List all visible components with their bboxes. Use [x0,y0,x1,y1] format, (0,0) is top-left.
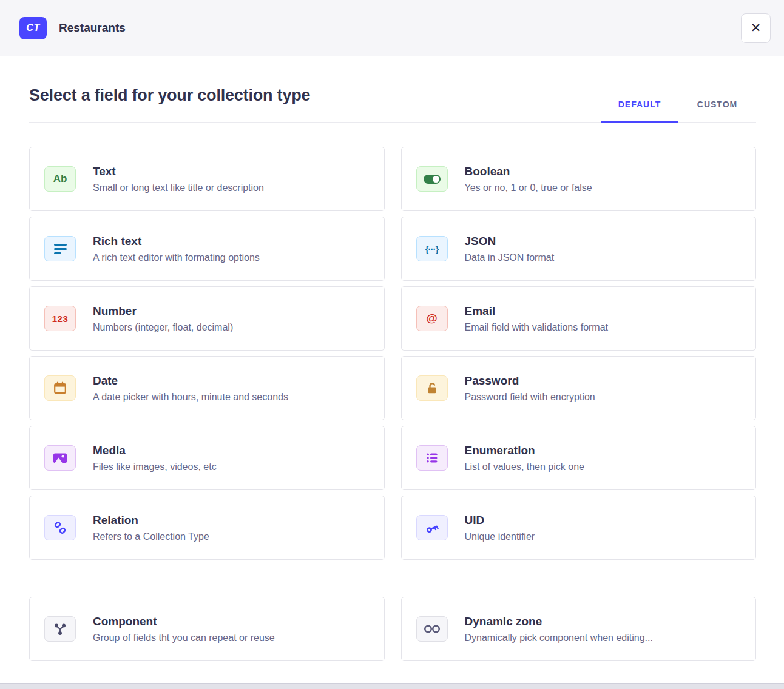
picture-icon [44,445,76,471]
field-description: Dynamically pick component when editing.… [465,633,653,644]
modal-header: CT Restaurants ✕ [0,0,784,56]
collection-title: Restaurants [59,21,741,35]
toggle-switch-icon [416,166,448,192]
card-text: Rich text A rich text editor with format… [93,235,260,263]
field-description: Unique identifier [465,531,535,542]
field-name: Media [93,444,217,457]
field-name: Email [465,304,609,318]
field-name: Relation [93,514,209,527]
field-card-password[interactable]: Password Password field with encryption [401,356,757,420]
close-icon: ✕ [751,21,762,35]
title-row: Select a field for your collection type … [29,86,756,123]
tab-bar: DEFAULT CUSTOM [601,91,756,123]
field-description: Refers to a Collection Type [93,531,209,542]
field-name: Enumeration [465,444,584,457]
node-tree-icon [44,616,76,642]
card-text: Text Small or long text like title or de… [93,165,264,193]
bullet-list-icon [416,445,448,471]
curly-braces-icon: {···} [416,236,448,261]
field-name: Component [93,615,275,628]
field-description: A rich text editor with formating option… [93,252,260,263]
field-card-dynamic-zone[interactable]: Dynamic zone Dynamically pick component … [401,597,757,661]
key-icon [416,515,448,540]
ab-letters-icon: Ab [44,166,76,192]
field-card-media[interactable]: Media Files like images, videos, etc [29,426,385,490]
field-name: Date [93,374,288,388]
card-text: Email Email field with validations forma… [465,304,609,333]
text-lines-icon [44,236,76,261]
calendar-icon [44,375,76,401]
field-description: Group of fields tht you can repeat or re… [93,633,275,644]
field-description: Files like images, videos, etc [93,462,217,472]
card-text: Password Password field with encryption [465,374,595,403]
field-description: Email field with validations format [465,322,609,333]
field-description: Password field with encryption [465,392,595,403]
field-card-date[interactable]: Date A date picker with hours, minute an… [29,356,385,420]
footer-divider [0,683,784,689]
field-name: Number [93,304,233,318]
lock-open-icon [416,375,448,401]
modal-body: Select a field for your collection type … [0,86,784,661]
advanced-field-grid: Component Group of fields tht you can re… [29,597,756,661]
card-text: JSON Data in JSON format [465,235,555,263]
field-card-number[interactable]: 123 Number Numbers (integer, float, deci… [29,286,385,351]
card-text: UID Unique identifier [465,514,535,542]
field-name: Boolean [465,165,592,178]
card-text: Enumeration List of values, then pick on… [465,444,584,472]
field-card-boolean[interactable]: Boolean Yes or no, 1 or 0, true or false [401,147,757,211]
card-text: Relation Refers to a Collection Type [93,514,209,542]
field-card-text[interactable]: Ab Text Small or long text like title or… [29,147,385,211]
card-text: Media Files like images, videos, etc [93,444,217,472]
page-title: Select a field for your collection type [29,86,310,122]
tab-default[interactable]: DEFAULT [601,91,678,123]
close-button[interactable]: ✕ [741,13,771,43]
field-name: JSON [465,235,555,248]
field-name: Rich text [93,235,260,248]
field-card-json[interactable]: {···} JSON Data in JSON format [401,217,757,281]
field-card-enumeration[interactable]: Enumeration List of values, then pick on… [401,426,757,490]
card-text: Dynamic zone Dynamically pick component … [465,615,653,644]
card-text: Component Group of fields tht you can re… [93,615,275,644]
field-description: A date picker with hours, minute and sec… [93,392,288,403]
field-card-rich-text[interactable]: Rich text A rich text editor with format… [29,217,385,281]
field-grid: Ab Text Small or long text like title or… [29,147,756,560]
digits-123-icon: 123 [44,306,76,331]
card-text: Date A date picker with hours, minute an… [93,374,288,403]
field-description: Data in JSON format [465,252,555,263]
field-description: Yes or no, 1 or 0, true or false [465,183,592,193]
field-description: Numbers (integer, float, decimal) [93,322,233,333]
card-text: Number Numbers (integer, float, decimal) [93,304,233,333]
field-card-component[interactable]: Component Group of fields tht you can re… [29,597,385,661]
field-name: UID [465,514,535,527]
field-card-uid[interactable]: UID Unique identifier [401,496,757,560]
field-card-relation[interactable]: Relation Refers to a Collection Type [29,496,385,560]
chain-link-icon [44,515,76,540]
field-description: Small or long text like title or descrip… [93,183,264,193]
field-name: Text [93,165,264,178]
field-card-email[interactable]: @ Email Email field with validations for… [401,286,757,351]
card-text: Boolean Yes or no, 1 or 0, true or false [465,165,592,193]
field-name: Dynamic zone [465,615,653,628]
tab-custom[interactable]: CUSTOM [678,91,756,123]
infinity-icon [416,616,448,642]
at-sign-icon: @ [416,306,448,331]
field-description: List of values, then pick one [465,462,584,472]
field-name: Password [465,374,595,388]
collection-type-badge: CT [19,17,47,39]
